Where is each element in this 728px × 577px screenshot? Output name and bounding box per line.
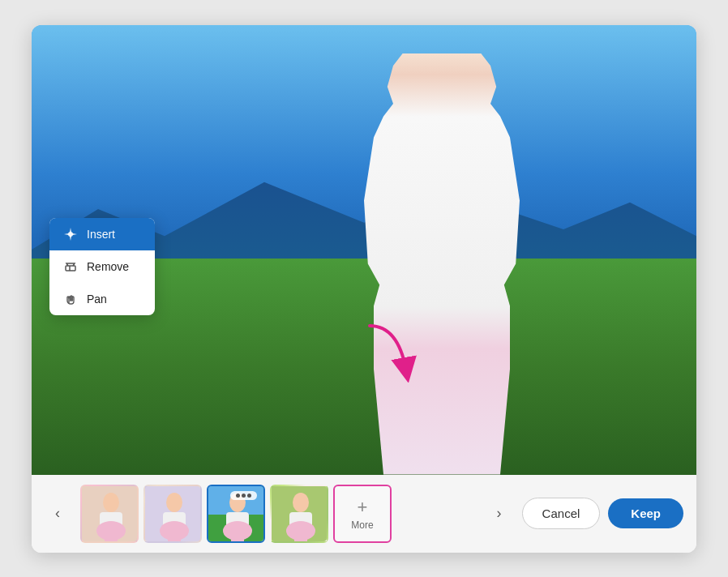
context-menu: Insert Remove	[49, 218, 155, 315]
svg-rect-27	[231, 528, 244, 543]
dot-3	[247, 494, 251, 498]
dot-1	[236, 494, 240, 498]
menu-remove-label: Remove	[87, 260, 129, 273]
dot-2	[242, 494, 246, 498]
menu-insert-label: Insert	[87, 228, 115, 241]
cancel-button[interactable]: Cancel	[522, 498, 601, 529]
chat-bubble	[230, 491, 257, 500]
sparkle-icon	[62, 226, 79, 242]
plus-icon: +	[358, 497, 368, 518]
menu-item-remove[interactable]: Remove	[49, 250, 155, 283]
menu-pan-label: Pan	[87, 293, 107, 306]
thumbnail-3[interactable]	[207, 485, 265, 543]
hand-icon	[62, 291, 79, 307]
next-arrow[interactable]: ›	[486, 501, 512, 527]
editor-container: Insert Remove	[32, 25, 696, 553]
thumbnails-row: + More	[80, 485, 477, 543]
svg-point-29	[293, 493, 309, 512]
thumbnail-4[interactable]	[270, 485, 328, 543]
svg-rect-16	[105, 528, 118, 543]
eraser-icon	[62, 259, 79, 275]
bottom-strip: ‹	[32, 475, 696, 553]
svg-rect-32	[294, 528, 307, 543]
menu-item-insert[interactable]: Insert	[49, 218, 155, 250]
svg-rect-9	[66, 266, 75, 271]
main-image-area: Insert Remove	[32, 25, 696, 475]
svg-point-18	[166, 493, 182, 512]
thumbnail-2[interactable]	[143, 485, 202, 543]
more-label: More	[351, 519, 373, 531]
svg-rect-21	[168, 528, 181, 543]
menu-item-pan[interactable]: Pan	[49, 283, 155, 315]
action-buttons: Cancel Keep	[522, 498, 683, 529]
arrow-annotation	[358, 318, 422, 386]
svg-point-13	[103, 493, 119, 512]
prev-arrow[interactable]: ‹	[45, 501, 71, 527]
thumbnail-more[interactable]: + More	[333, 485, 392, 543]
thumbnail-1[interactable]	[80, 485, 139, 543]
keep-button[interactable]: Keep	[608, 498, 683, 528]
